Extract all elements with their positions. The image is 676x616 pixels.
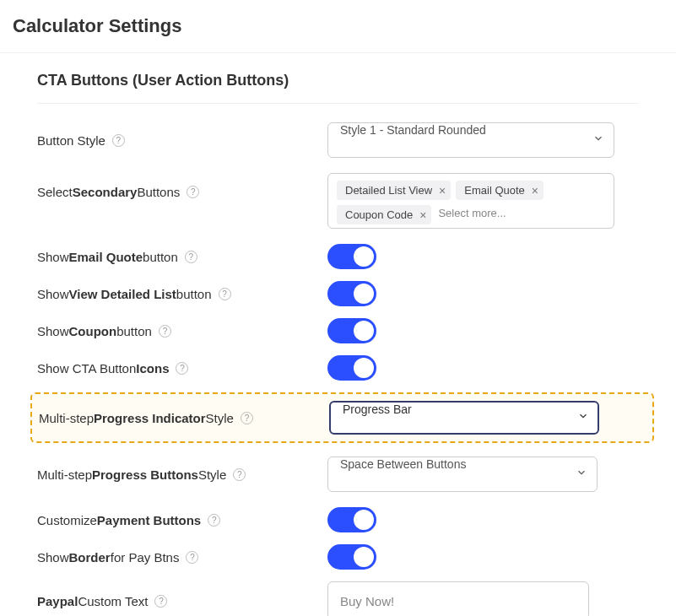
toggle-knob [354,547,374,567]
select-progress-indicator[interactable]: Progress Bar [329,401,599,435]
label-show-email-quote: Show Email Quote button ? [37,250,327,264]
settings-content: CTA Buttons (User Action Buttons) Button… [0,53,676,616]
help-icon[interactable]: ? [154,595,167,608]
tag-detailed-list-view: Detailed List View × [337,181,451,200]
row-button-style: Button Style ? Style 1 - Standard Rounde… [37,122,639,158]
row-customize-payment: Customize Payment Buttons ? [37,507,639,532]
label-bold: Coupon [69,324,117,338]
row-show-border-pay: Show Border for Pay Btns ? [37,544,639,570]
multiselect-placeholder[interactable]: Select more... [436,205,507,224]
toggle-knob [354,358,374,378]
toggle-knob [354,321,374,341]
select-button-style[interactable]: Style 1 - Standard Rounded [327,122,614,158]
remove-tag-icon[interactable]: × [439,185,446,197]
row-show-detailed-list: Show View Detailed List button ? [37,281,639,306]
label-text: Multi-step [37,467,92,482]
label-bold: Secondary [73,185,138,199]
help-icon[interactable]: ? [186,551,198,564]
label-text: Custom Text [78,594,148,608]
label-text: Style [198,467,226,482]
label-button-style: Button Style ? [37,133,327,148]
input-paypal-text[interactable] [327,581,589,616]
label-text: Show [37,287,69,301]
help-icon[interactable]: ? [208,514,220,527]
tag-email-quote: Email Quote × [456,181,544,200]
row-show-coupon: Show Coupon button ? [37,318,639,343]
label-text: Multi-step [39,411,94,425]
toggle-show-coupon[interactable] [327,318,376,343]
row-show-cta-icons: Show CTA Button Icons ? [37,355,639,381]
label-bold: Paypal [37,594,78,608]
label-secondary-buttons: Select Secondary Buttons ? [37,173,327,199]
section-header-cta: CTA Buttons (User Action Buttons) [37,72,639,104]
label-text: Show [37,550,69,565]
label-text: Show CTA Button [37,361,136,376]
toggle-knob [354,284,374,304]
toggle-customize-payment[interactable] [327,507,376,532]
help-icon[interactable]: ? [185,251,197,263]
row-paypal-text: Paypal Custom Text ? [37,581,639,616]
label-paypal-text: Paypal Custom Text ? [37,594,327,608]
toggle-knob [354,510,374,530]
label-bold: Payment Buttons [97,513,201,527]
toggle-show-detailed-list[interactable] [327,281,376,306]
label-bold: Email Quote [69,250,143,264]
help-icon[interactable]: ? [176,362,188,375]
help-icon[interactable]: ? [187,186,199,198]
help-icon[interactable]: ? [159,325,171,338]
label-text: Customize [37,513,97,527]
label-text: Show [37,250,69,264]
label-text: button [176,287,212,301]
label-text: button [116,324,152,338]
label-progress-buttons: Multi-step Progress Buttons Style ? [37,467,327,482]
toggle-knob [354,246,374,267]
page-title: Calculator Settings [0,0,676,53]
label-customize-payment: Customize Payment Buttons ? [37,513,327,527]
label-bold: Progress Indicator [94,411,206,425]
toggle-show-cta-icons[interactable] [327,355,376,381]
multiselect-secondary-buttons[interactable]: Detailed List View × Email Quote × Coupo… [327,173,614,229]
label-progress-indicator: Multi-step Progress Indicator Style ? [37,411,329,425]
label-bold: Border [69,550,111,565]
label-bold: Icons [136,361,169,376]
toggle-show-email-quote[interactable] [327,244,376,269]
label-show-cta-icons: Show CTA Button Icons ? [37,361,327,376]
select-progress-buttons[interactable]: Space Between Buttons [327,457,598,492]
label-bold: View Detailed List [69,287,176,301]
help-icon[interactable]: ? [241,412,253,424]
label-text: for Pay Btns [111,550,180,565]
label-text: Button Style [37,133,105,148]
label-text: button [143,250,178,264]
tag-label: Coupon Code [345,208,413,221]
tag-label: Detailed List View [345,184,432,197]
row-progress-buttons: Multi-step Progress Buttons Style ? Spac… [37,457,639,492]
label-text: Show [37,324,69,338]
remove-tag-icon[interactable]: × [532,185,538,197]
row-progress-indicator-highlighted: Multi-step Progress Indicator Style ? Pr… [30,392,654,443]
label-text: Style [206,411,234,425]
help-icon[interactable]: ? [219,288,231,300]
label-text: Select [37,185,73,199]
tag-label: Email Quote [464,184,525,197]
help-icon[interactable]: ? [112,134,125,147]
label-bold: Progress Buttons [92,467,198,482]
label-text: Buttons [137,185,180,199]
label-show-border-pay: Show Border for Pay Btns ? [37,550,327,565]
label-show-coupon: Show Coupon button ? [37,324,327,338]
row-show-email-quote: Show Email Quote button ? [37,244,639,269]
row-secondary-buttons: Select Secondary Buttons ? Detailed List… [37,173,639,229]
help-icon[interactable]: ? [233,468,246,481]
toggle-show-border-pay[interactable] [327,544,376,570]
remove-tag-icon[interactable]: × [419,209,426,221]
label-show-detailed-list: Show View Detailed List button ? [37,287,327,301]
tag-coupon-code: Coupon Code × [337,205,431,224]
